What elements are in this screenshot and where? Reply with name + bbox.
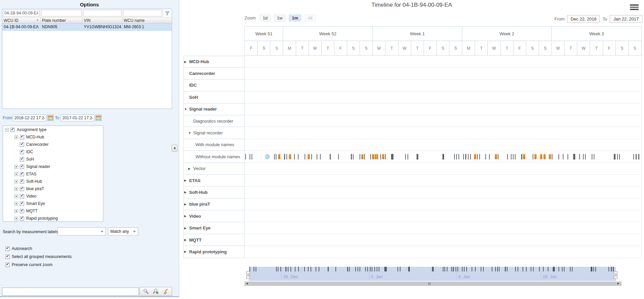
measurement-mark[interactable] — [338, 154, 339, 160]
timeline-row-label-diagnostics-recorder[interactable]: Diagnostics recorder — [183, 115, 245, 127]
measurement-mark[interactable] — [563, 154, 564, 160]
measurement-mark[interactable] — [568, 154, 568, 160]
tree-expand-icon[interactable] — [14, 202, 18, 206]
zoom-1w-button[interactable]: 1w — [274, 14, 286, 22]
overview-band[interactable]: 26. Dec2. Jan9. Jan16. Jan — [249, 267, 616, 281]
measurement-mark[interactable] — [405, 154, 406, 160]
timeline-from-input[interactable] — [567, 15, 600, 23]
measurement-mark[interactable] — [454, 154, 455, 160]
tree-expand-icon[interactable] — [14, 195, 18, 198]
expand-arrow-icon[interactable]: ▶ — [184, 179, 189, 182]
measurement-mark[interactable] — [477, 154, 478, 160]
measurement-mark[interactable] — [552, 154, 552, 160]
tree-checkbox[interactable] — [20, 157, 24, 162]
timeline-row-label-with-module-names[interactable]: With module names — [183, 139, 245, 151]
tree-item-video[interactable]: Video — [3, 193, 103, 200]
measurement-mark[interactable] — [408, 154, 408, 160]
tree-item-blue-pirat[interactable]: blue piraT — [3, 185, 103, 193]
column-header-vin[interactable]: VIN — [83, 17, 122, 23]
zoom-1m-button[interactable]: 1m — [289, 14, 301, 22]
tree-checkbox[interactable] — [20, 187, 24, 191]
measurement-mark[interactable] — [459, 154, 459, 160]
tree-item-signal-reader[interactable]: Signal reader — [3, 163, 103, 170]
measurement-mark[interactable] — [330, 154, 331, 160]
column-header-wcu-id[interactable]: WCU ID▼ — [2, 17, 41, 23]
tree-checkbox[interactable] — [10, 128, 15, 132]
from-calendar-button[interactable] — [47, 115, 54, 121]
measurement-mark[interactable] — [294, 154, 295, 160]
option-preserve-current-zoom[interactable]: Preserve current zoom — [5, 262, 52, 267]
collapse-panel-button[interactable] — [172, 145, 177, 152]
tree-checkbox[interactable] — [20, 179, 24, 184]
tree-item-smart-eye[interactable]: Smart Eye — [3, 200, 103, 207]
measurement-mark[interactable] — [364, 154, 365, 160]
measurement-mark[interactable] — [594, 154, 594, 160]
warning-badge-icon[interactable] — [474, 154, 476, 159]
wcu-filter-input-0[interactable] — [3, 10, 40, 16]
warning-badge-icon[interactable] — [372, 154, 374, 159]
measurement-mark[interactable] — [351, 154, 352, 160]
timeline-row-label-smart-eye[interactable]: ▶Smart Eye — [183, 222, 245, 234]
tree-item-mcd-hub[interactable]: MCD-Hub — [3, 133, 103, 141]
warning-badge-icon[interactable] — [278, 154, 280, 159]
tree-expand-icon[interactable] — [14, 165, 18, 169]
measurement-mark[interactable] — [592, 154, 592, 160]
measurement-mark[interactable] — [360, 154, 360, 160]
expand-arrow-icon[interactable]: ▶ — [184, 238, 189, 242]
tree-checkbox[interactable] — [20, 216, 24, 221]
tree-checkbox[interactable] — [20, 194, 24, 199]
measurement-mark[interactable] — [533, 154, 533, 160]
scrollbar-grip[interactable] — [428, 283, 431, 285]
wcu-filter-input-2[interactable] — [83, 10, 121, 16]
tree-checkbox[interactable] — [20, 135, 24, 139]
measurement-mark[interactable] — [468, 154, 469, 160]
clean-broom-button[interactable] — [162, 288, 170, 295]
timeline-row-label-mqtt[interactable]: ▶MQTT — [183, 234, 245, 246]
filter-funnel-button[interactable] — [163, 9, 172, 17]
warning-badge-icon[interactable] — [540, 154, 542, 159]
measurement-mark[interactable] — [380, 154, 381, 160]
to-calendar-button[interactable] — [95, 115, 102, 121]
tree-checkbox[interactable] — [20, 202, 24, 206]
quick-filter-input[interactable] — [2, 288, 139, 296]
expand-arrow-icon[interactable]: ▶ — [184, 250, 189, 253]
measurement-mark[interactable] — [311, 154, 312, 160]
warning-badge-icon[interactable] — [523, 154, 525, 159]
timeline-row-label-rapid-prototyping[interactable]: ▶Rapid prototyping — [183, 246, 245, 258]
tree-item-soft-hub[interactable]: Soft-Hub — [3, 178, 103, 185]
zoom-add-search-button[interactable] — [152, 288, 160, 295]
measurement-mark[interactable] — [284, 154, 285, 160]
timeline-to-input[interactable] — [610, 15, 642, 23]
measurement-mark[interactable] — [252, 154, 252, 160]
collapse-arrow-icon[interactable]: ▼ — [184, 108, 189, 111]
measurement-mark[interactable] — [250, 154, 250, 160]
measurement-mark[interactable] — [636, 154, 637, 160]
warning-badge-icon[interactable] — [549, 154, 551, 159]
match-mode-select[interactable]: Match any — [108, 227, 138, 236]
timeline-row-label-vector[interactable]: ▶Vector — [183, 163, 245, 175]
timeline-row-label-idc[interactable]: IDC — [183, 80, 245, 91]
wcu-filter-input-3[interactable] — [123, 10, 162, 16]
table-row[interactable]: 04-1B-94-00-09-EANDN905YV1GWBNH0G1324...… — [2, 24, 172, 31]
measurement-mark[interactable] — [619, 154, 620, 160]
measurement-mark[interactable] — [498, 154, 498, 160]
measurement-mark[interactable] — [274, 154, 275, 160]
measurement-mark[interactable] — [617, 154, 618, 160]
measurement-mark[interactable] — [276, 154, 276, 160]
measurement-mark[interactable] — [245, 154, 246, 160]
measurement-mark[interactable] — [485, 154, 486, 160]
tree-item-rapid-prototyping[interactable]: Rapid prototyping — [3, 215, 103, 222]
tree-item-mqtt[interactable]: MQTT — [3, 207, 103, 215]
measurement-mark[interactable] — [465, 154, 466, 160]
measurement-mark[interactable] — [320, 154, 321, 160]
warning-badge-icon[interactable] — [495, 154, 497, 159]
measurement-mark[interactable] — [377, 154, 378, 160]
column-header-plate-number[interactable]: Plate number — [41, 17, 83, 23]
tree-item-canrecorder[interactable]: Canrecorder — [3, 141, 103, 148]
option-checkbox[interactable] — [5, 255, 10, 259]
tree-expand-icon[interactable] — [14, 209, 18, 213]
measurement-mark[interactable] — [579, 154, 580, 160]
tree-collapse-icon[interactable] — [5, 128, 9, 132]
measurement-mark[interactable] — [507, 154, 508, 160]
timeline-row-label-soh[interactable]: SoH — [183, 91, 245, 103]
